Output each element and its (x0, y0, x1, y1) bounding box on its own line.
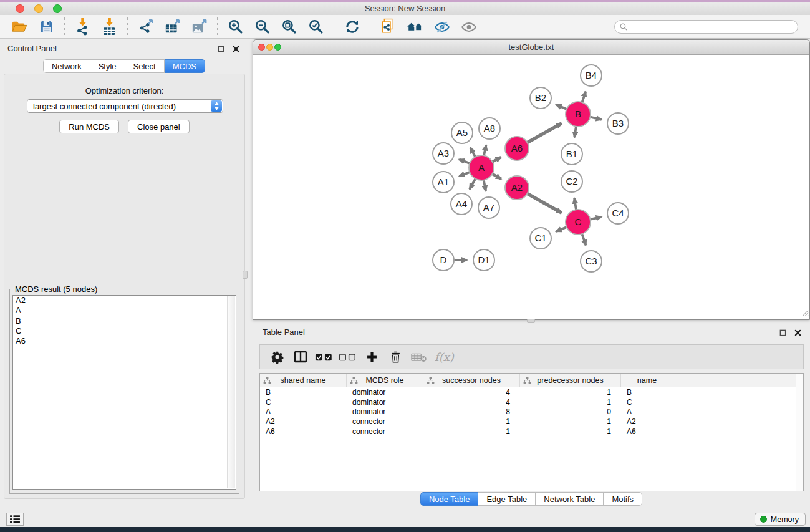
vertical-splitter-handle[interactable] (243, 271, 248, 279)
export-table-button[interactable] (159, 16, 186, 37)
table-scrollbar[interactable] (796, 374, 803, 491)
table-row[interactable]: A6connector11A6 (260, 427, 803, 437)
graph-node-A3[interactable]: A3 (433, 143, 454, 164)
network-graph[interactable]: B4B2BB3B1A5A8A6A3AA1A4A7A2C2CC4C1C3DD1 (253, 55, 809, 319)
close-table-panel-icon[interactable] (793, 328, 802, 337)
table-row[interactable]: Cdominator41C (260, 397, 803, 407)
graph-node-A1[interactable]: A1 (433, 172, 454, 193)
graph-node-C1[interactable]: C1 (530, 228, 551, 249)
close-network-window-button[interactable] (258, 44, 265, 51)
save-session-button[interactable] (33, 16, 60, 37)
window-resize-grip-icon[interactable] (801, 307, 809, 319)
graph-node-B2[interactable]: B2 (530, 87, 551, 109)
export-network-button[interactable] (132, 16, 159, 37)
graph-node-A7[interactable]: A7 (478, 197, 499, 218)
edge-A-A3[interactable] (459, 160, 471, 164)
mcds-result-item[interactable]: B (13, 316, 236, 326)
edge-C-C1[interactable] (556, 226, 568, 231)
tab-edge-table[interactable]: Edge Table (478, 492, 536, 506)
tab-node-table[interactable]: Node Table (420, 492, 479, 506)
delete-table-button[interactable] (407, 346, 431, 367)
graph-node-B3[interactable]: B3 (607, 113, 629, 134)
zoom-fit-content-button[interactable] (276, 16, 302, 37)
float-table-panel-icon[interactable] (778, 328, 787, 337)
graph-node-C4[interactable]: C4 (607, 203, 629, 224)
graph-node-C2[interactable]: C2 (561, 171, 582, 192)
edge-C-C2[interactable] (574, 198, 576, 211)
graph-node-A6[interactable]: A6 (505, 137, 529, 160)
zoom-network-window-button[interactable] (274, 44, 281, 51)
edge-A2-C[interactable] (526, 193, 562, 213)
criterion-dropdown[interactable]: largest connected component (directed) (27, 99, 223, 113)
edge-A-A1[interactable] (459, 172, 471, 176)
mcds-result-item[interactable]: A2 (13, 296, 236, 306)
graph-node-C3[interactable]: C3 (581, 251, 602, 272)
export-image-button[interactable] (186, 16, 213, 37)
close-panel-button[interactable]: Close panel (128, 120, 190, 133)
column-header-shared-name[interactable]: shared name (260, 374, 347, 387)
apply-preferred-layout-button[interactable] (339, 16, 365, 37)
edge-A-A4[interactable] (470, 178, 476, 190)
graph-node-A8[interactable]: A8 (479, 118, 500, 139)
first-neighbors-button[interactable] (402, 16, 428, 37)
graph-node-B4[interactable]: B4 (581, 65, 602, 86)
app-titlebar[interactable]: Session: New Session (0, 2, 810, 15)
show-panels-button[interactable] (6, 513, 24, 526)
hide-graphics-details-button[interactable] (428, 16, 455, 37)
mcds-result-item[interactable]: A6 (13, 336, 236, 346)
table-settings-button[interactable] (265, 346, 289, 367)
column-header-predecessor-nodes[interactable]: predecessor nodes (520, 374, 621, 387)
memory-button[interactable]: Memory (755, 513, 806, 526)
search-input[interactable] (630, 22, 795, 31)
table-row[interactable]: A2connector11A2 (260, 417, 803, 427)
zoom-in-button[interactable] (222, 16, 249, 37)
edge-A-A7[interactable] (483, 179, 486, 191)
table-row[interactable]: Adominator80A (260, 407, 803, 417)
column-header-name[interactable]: name (621, 374, 673, 387)
import-table-from-file-button[interactable] (96, 16, 123, 37)
show-graphics-details-button[interactable] (455, 16, 482, 37)
edge-B-B4[interactable] (582, 92, 586, 104)
result-list-scrollbar[interactable] (227, 296, 235, 488)
edge-B-B3[interactable] (589, 117, 602, 120)
run-mcds-button[interactable]: Run MCDS (59, 120, 119, 133)
column-header-successor-nodes[interactable]: successor nodes (423, 374, 520, 387)
tab-network[interactable]: Network (43, 59, 90, 73)
edge-A6-B[interactable] (526, 123, 562, 143)
close-window-button[interactable] (16, 4, 24, 13)
float-panel-icon[interactable] (216, 44, 225, 53)
delete-columns-button[interactable] (383, 346, 407, 367)
network-canvas[interactable]: B4B2BB3B1A5A8A6A3AA1A4A7A2C2CC4C1C3DD1 (253, 55, 809, 319)
deselect-all-button[interactable] (336, 346, 360, 367)
graph-node-A[interactable]: A (469, 155, 494, 180)
table-row[interactable]: Bdominator41B (260, 387, 803, 397)
search-box[interactable] (614, 20, 798, 34)
close-panel-icon[interactable] (231, 44, 240, 53)
import-network-from-file-button[interactable] (69, 16, 96, 37)
mcds-result-list[interactable]: A2ABCA6 (12, 295, 236, 490)
mcds-result-item[interactable]: A (13, 306, 236, 316)
graph-node-D[interactable]: D (433, 249, 454, 271)
graph-node-A4[interactable]: A4 (451, 193, 472, 215)
graph-node-D1[interactable]: D1 (473, 249, 494, 271)
edge-C-C4[interactable] (589, 217, 602, 220)
zoom-window-button[interactable] (53, 4, 62, 13)
zoom-selected-region-button[interactable] (302, 16, 329, 37)
tab-select[interactable]: Select (125, 59, 165, 73)
graph-node-C[interactable]: C (566, 210, 591, 235)
open-file-button[interactable] (6, 16, 33, 37)
edge-C-C3[interactable] (582, 233, 586, 245)
zoom-out-button[interactable] (249, 16, 276, 37)
graph-node-A5[interactable]: A5 (451, 122, 473, 143)
select-all-button[interactable] (312, 346, 336, 367)
edge-B-B2[interactable] (556, 105, 568, 110)
horizontal-splitter-handle[interactable] (527, 319, 535, 323)
tab-mcds[interactable]: MCDS (165, 59, 205, 73)
graph-node-A2[interactable]: A2 (505, 176, 529, 200)
tab-style[interactable]: Style (90, 59, 125, 73)
tab-network-table[interactable]: Network Table (536, 492, 604, 506)
function-builder-button[interactable]: f(x) (435, 351, 454, 364)
graph-node-B[interactable]: B (566, 102, 591, 127)
new-network-from-selection-button[interactable] (375, 16, 402, 37)
tab-motifs[interactable]: Motifs (604, 492, 642, 506)
